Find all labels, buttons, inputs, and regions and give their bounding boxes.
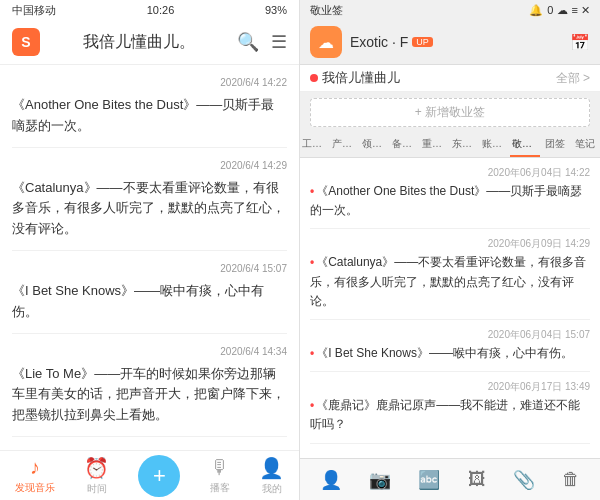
tab-chanpinshuo[interactable]: 产品说 [330,133,360,157]
bottom-text-icon[interactable]: 🔤 [418,469,440,491]
section-left: 我倍儿懂曲儿 [310,69,400,87]
left-logo: S [12,28,40,56]
feed-item-1: 2020/6/4 14:22 《Another One Bites the Du… [12,65,287,148]
bullet-2: • [310,255,314,269]
bullet-4: • [310,398,314,412]
left-feed: 2020/6/4 14:22 《Another One Bites the Du… [0,65,299,450]
tab-gongzuoji[interactable]: 工作记 [300,133,330,157]
section-dot [310,74,318,82]
section-all-link[interactable]: 全部 > [556,70,590,87]
menu-icon[interactable]: ☰ [271,31,287,53]
feed-content-4[interactable]: 《Lie To Me》——开车的时候如果你旁边那辆车里有美女的话，把声音开大，把… [12,364,287,426]
tab-zhanghao[interactable]: 账号记 [480,133,510,157]
feed-time-3: 2020/6/4 15:07 [12,261,287,277]
feed-time-2: 2020/6/4 14:29 [12,158,287,174]
right-bottom-bar: 👤 📷 🔤 🖼 📎 🗑 [300,458,600,500]
bottom-camera-icon[interactable]: 📷 [369,469,391,491]
bottom-delete-icon[interactable]: 🗑 [562,469,580,490]
right-feed-time-1: 2020年06月04日 14:22 [310,166,590,180]
right-header-left: ☁ Exotic · F UP [310,26,433,58]
nav-profile[interactable]: 👤 我的 [259,456,284,496]
left-bottom-nav: ♪ 发现音乐 ⏰ 时间 + 🎙 播客 👤 我的 [0,450,299,500]
left-header: S 我倍儿懂曲儿。 🔍 ☰ [0,20,299,65]
tab-jingye[interactable]: 敬业签 [510,133,540,157]
right-feed-time-2: 2020年06月09日 14:29 [310,237,590,251]
tab-tuanshu[interactable]: 团签 [540,133,570,157]
bottom-image-icon[interactable]: 🖼 [468,469,486,490]
left-title: 我倍儿懂曲儿。 [83,32,195,53]
right-section-label: 我倍儿懂曲儿 全部 > [300,65,600,92]
bullet-3: • [310,346,314,360]
battery: 93% [265,4,287,16]
bell-icon[interactable]: 🔔 [529,4,543,17]
nav-timeline-label: 时间 [87,482,107,496]
right-panel: 敬业签 🔔 0 ☁ ≡ ✕ ☁ Exotic · F UP 📅 我倍儿懂曲儿 全… [300,0,600,500]
right-status-icons: ☁ ≡ ✕ [557,4,590,17]
tab-dongxiji[interactable]: 东西记 [450,133,480,157]
feed-time-1: 2020/6/4 14:22 [12,75,287,91]
notification-count: 0 [547,4,553,16]
section-title: 我倍儿懂曲儿 [322,69,400,87]
nav-podcast-label: 播客 [210,481,230,495]
right-tabs: 工作记 产品说 领域说 备忘录 重要日 东西记 账号记 敬业签 团签 笔记 [300,133,600,158]
right-header-info: Exotic · F UP [350,34,433,50]
user-name: Exotic · F [350,34,408,50]
timeline-icon: ⏰ [84,456,109,480]
nav-podcast[interactable]: 🎙 播客 [210,456,230,495]
nav-profile-label: 我的 [262,482,282,496]
right-feed-content-1[interactable]: •《Another One Bites the Dust》——贝斯手最嘀瑟的一次… [310,182,590,220]
right-feed-content-2[interactable]: •《Catalunya》——不要太看重评论数量，有很多音乐，有很多人听完了，默默… [310,253,590,311]
bullet-1: • [310,184,314,198]
nav-discover-label: 发现音乐 [15,481,55,495]
time: 10:26 [147,4,175,16]
feed-content-2[interactable]: 《Catalunya》——不要太看重评论数量，有很多音乐，有很多人听完了，默默的… [12,178,287,240]
right-feed-content-3[interactable]: •《I Bet She Knows》——喉中有痰，心中有伤。 [310,344,590,363]
right-header: ☁ Exotic · F UP 📅 [300,20,600,65]
right-feed-item-1: 2020年06月04日 14:22 •《Another One Bites th… [310,158,590,229]
feed-time-4: 2020/6/4 14:34 [12,344,287,360]
feed-item-4: 2020/6/4 14:34 《Lie To Me》——开车的时候如果你旁边那辆… [12,334,287,437]
search-icon[interactable]: 🔍 [237,31,259,53]
left-status-bar: 中国移动 10:26 93% [0,0,299,20]
bottom-profile-icon[interactable]: 👤 [320,469,342,491]
profile-icon: 👤 [259,456,284,480]
feed-item-3: 2020/6/4 15:07 《I Bet She Knows》——喉中有痰，心… [12,251,287,334]
right-feed-time-4: 2020年06月17日 13:49 [310,380,590,394]
right-feed-item-4: 2020年06月17日 13:49 •《鹿鼎记》鹿鼎记原声——我不能进，难道还不… [310,372,590,443]
bottom-attach-icon[interactable]: 📎 [513,469,535,491]
up-badge: UP [412,37,433,47]
feed-content-3[interactable]: 《I Bet She Knows》——喉中有痰，心中有伤。 [12,281,287,323]
add-label-button[interactable]: + 新增敬业签 [310,98,590,127]
fab-button[interactable]: + [138,455,180,497]
tab-lingyushuo[interactable]: 领域说 [360,133,390,157]
right-app-name: 敬业签 [310,3,343,18]
tab-zhongyaori[interactable]: 重要日 [420,133,450,157]
right-feed-item-2: 2020年06月09日 14:29 •《Catalunya》——不要太看重评论数… [310,229,590,320]
feed-item-5: 2020/2/12 《Magari oppure no》——小时候管这种噪音叫嗯… [12,437,287,450]
right-status-bar: 敬业签 🔔 0 ☁ ≡ ✕ [300,0,600,20]
right-feed-time-3: 2020年06月04日 15:07 [310,328,590,342]
tab-beiwanglu[interactable]: 备忘录 [390,133,420,157]
discover-icon: ♪ [30,456,40,479]
left-panel: 中国移动 10:26 93% S 我倍儿懂曲儿。 🔍 ☰ 2020/6/4 14… [0,0,300,500]
right-feed-content-4[interactable]: •《鹿鼎记》鹿鼎记原声——我不能进，难道还不能听吗？ [310,396,590,434]
carrier: 中国移动 [12,3,56,18]
tab-biji[interactable]: 笔记 [570,133,600,157]
left-header-icons: 🔍 ☰ [237,31,287,53]
calendar-icon[interactable]: 📅 [570,33,590,52]
podcast-icon: 🎙 [210,456,230,479]
feed-content-1[interactable]: 《Another One Bites the Dust》——贝斯手最嘀瑟的一次。 [12,95,287,137]
right-feed-item-3: 2020年06月04日 15:07 •《I Bet She Knows》——喉中… [310,320,590,372]
nav-timeline[interactable]: ⏰ 时间 [84,456,109,496]
avatar: ☁ [310,26,342,58]
right-feed: 2020年06月04日 14:22 •《Another One Bites th… [300,158,600,458]
nav-discover[interactable]: ♪ 发现音乐 [15,456,55,495]
feed-item-2: 2020/6/4 14:29 《Catalunya》——不要太看重评论数量，有很… [12,148,287,251]
